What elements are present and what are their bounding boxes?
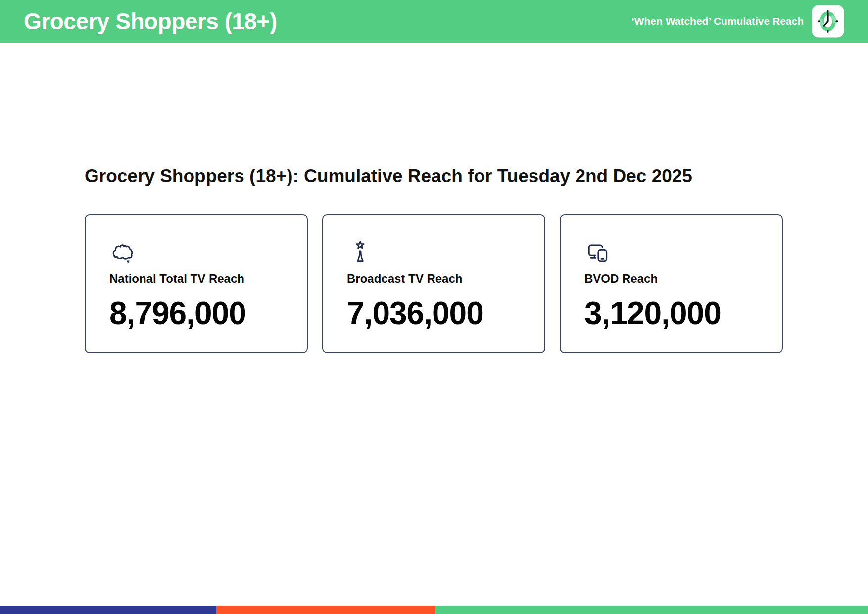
header-right-group: ‘When Watched’ Cumulative Reach <box>631 5 844 38</box>
footer-segment-green <box>435 606 868 614</box>
footer-color-bar <box>0 606 868 614</box>
footer-segment-orange <box>216 606 435 614</box>
kpi-value: 7,036,000 <box>347 296 522 331</box>
kpi-label: National Total TV Reach <box>109 272 284 286</box>
main-content: Grocery Shoppers (18+): Cumulative Reach… <box>0 43 868 353</box>
clock-logo-icon <box>812 5 844 38</box>
app-header: Grocery Shoppers (18+) ‘When Watched’ Cu… <box>0 0 868 43</box>
app-title: Grocery Shoppers (18+) <box>24 8 277 35</box>
broadcast-tower-icon <box>347 240 374 267</box>
kpi-label: BVOD Reach <box>584 272 759 286</box>
devices-icon <box>584 240 611 267</box>
australia-map-icon <box>109 240 136 267</box>
kpi-value: 8,796,000 <box>109 296 284 331</box>
kpi-label: Broadcast TV Reach <box>347 272 522 286</box>
kpi-card-bvod: BVOD Reach 3,120,000 <box>560 214 783 353</box>
page-heading: Grocery Shoppers (18+): Cumulative Reach… <box>85 165 783 187</box>
kpi-card-broadcast-tv: Broadcast TV Reach 7,036,000 <box>322 214 545 353</box>
footer-segment-indigo <box>0 606 216 614</box>
kpi-card-national-total-tv: National Total TV Reach 8,796,000 <box>85 214 308 353</box>
kpi-cards-row: National Total TV Reach 8,796,000 Broadc… <box>85 214 783 353</box>
header-subtitle: ‘When Watched’ Cumulative Reach <box>631 15 804 27</box>
kpi-value: 3,120,000 <box>584 296 759 331</box>
